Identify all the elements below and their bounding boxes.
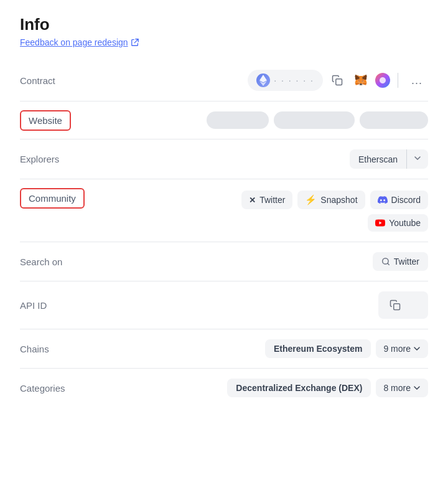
rabby-icon[interactable] — [375, 73, 390, 88]
community-content: ✕ Twitter ⚡ Snapshot Discord — [119, 191, 428, 232]
svg-rect-2 — [394, 304, 400, 310]
feedback-link[interactable]: Feedback on page redesign — [20, 37, 139, 47]
categories-content: Decentralized Exchange (DEX) 8 more — [119, 379, 428, 397]
svg-rect-0 — [336, 79, 342, 85]
website-placeholder-2 — [274, 111, 355, 129]
discord-label: Discord — [391, 195, 421, 205]
categories-chevron-icon — [413, 384, 421, 392]
api-id-box — [378, 291, 428, 319]
chains-row: Chains Ethereum Ecosystem 9 more — [20, 329, 428, 369]
twitter-tag[interactable]: ✕ Twitter — [241, 191, 292, 209]
dex-pill: Decentralized Exchange (DEX) — [227, 379, 371, 397]
separator — [398, 73, 398, 88]
contract-content: · · · · · · — [119, 70, 428, 91]
copy-contract-button[interactable] — [328, 71, 347, 90]
website-placeholder-1 — [207, 111, 269, 129]
contract-label: Contract — [20, 75, 119, 86]
contract-address-dots: · · · · · · — [274, 75, 314, 85]
chains-more-button[interactable]: 9 more — [376, 339, 428, 358]
metamask-button[interactable] — [352, 71, 370, 90]
page-title: Info — [20, 15, 428, 34]
explorers-row: Explorers Etherscan — [20, 139, 428, 179]
metamask-icon — [353, 73, 368, 88]
api-id-content — [119, 291, 428, 319]
youtube-label: Youtube — [389, 218, 421, 228]
contract-pill: · · · · · · — [248, 70, 323, 91]
twitter-label: Twitter — [259, 195, 285, 205]
contract-row: Contract · · · · · · — [20, 60, 428, 101]
discord-icon — [378, 195, 388, 205]
explorer-dropdown[interactable]: Etherscan — [350, 149, 428, 169]
copy-api-id-button[interactable] — [386, 296, 404, 314]
community-row: Community ✕ Twitter ⚡ Snapshot Discord — [20, 179, 428, 242]
page-header: Info Feedback on page redesign — [20, 15, 428, 60]
snapshot-label: Snapshot — [320, 195, 357, 205]
chains-label: Chains — [20, 344, 119, 354]
chains-chevron-icon — [413, 345, 421, 352]
eth-icon — [256, 73, 270, 87]
youtube-tag[interactable]: Youtube — [368, 214, 428, 232]
search-on-label: Search on — [20, 257, 119, 267]
website-row: Website — [20, 101, 428, 139]
api-id-row: API ID — [20, 281, 428, 329]
discord-tag[interactable]: Discord — [370, 191, 428, 209]
explorer-chevron-icon[interactable] — [406, 149, 428, 169]
categories-more-button[interactable]: 8 more — [376, 379, 428, 397]
chains-content: Ethereum Ecosystem 9 more — [119, 339, 428, 358]
snapshot-tag[interactable]: ⚡ Snapshot — [297, 191, 365, 209]
search-on-row: Search on Twitter — [20, 242, 428, 281]
search-twitter-button[interactable]: Twitter — [373, 252, 428, 271]
website-placeholder-3 — [360, 111, 428, 129]
external-link-icon — [131, 38, 139, 47]
ethereum-ecosystem-pill: Ethereum Ecosystem — [265, 339, 371, 358]
search-icon — [381, 257, 390, 266]
api-id-label: API ID — [20, 300, 119, 311]
explorers-content: Etherscan — [119, 149, 428, 169]
search-on-value: Twitter — [394, 257, 419, 267]
community-label: Community — [20, 191, 119, 204]
website-label: Website — [20, 115, 119, 126]
categories-label: Categories — [20, 383, 119, 394]
explorers-label: Explorers — [20, 154, 119, 164]
community-tags-row1: ✕ Twitter ⚡ Snapshot Discord — [241, 191, 428, 209]
categories-row: Categories Decentralized Exchange (DEX) … — [20, 369, 428, 407]
snapshot-icon: ⚡ — [305, 194, 317, 205]
website-content — [119, 111, 428, 129]
more-options-button[interactable]: ... — [406, 71, 428, 90]
x-icon: ✕ — [249, 196, 256, 205]
youtube-icon — [375, 218, 385, 228]
search-on-content: Twitter — [119, 252, 428, 271]
community-tags-row2: Youtube — [368, 214, 428, 232]
